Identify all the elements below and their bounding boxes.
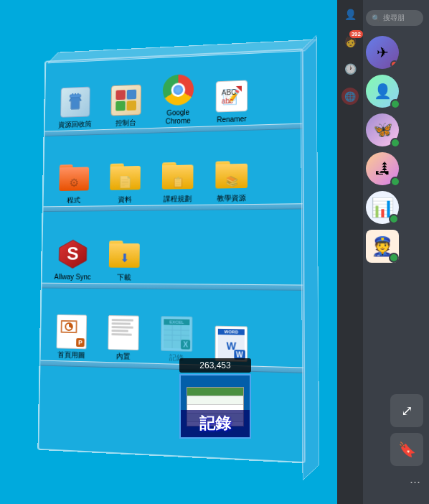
ppt-icon: P [57, 314, 88, 349]
renamer-icon: 📝 ABC abc [216, 80, 248, 112]
control-label: 控制台 [116, 118, 136, 127]
download-label: 下載 [117, 274, 131, 282]
drag-label: 記錄 [181, 410, 250, 437]
svg-line-22 [164, 330, 189, 330]
course-label: 課程規劃 [164, 195, 192, 203]
chat-item-6[interactable]: 👮 [366, 230, 423, 263]
edu-label: 教學資源 [217, 194, 246, 203]
bookmark-button[interactable]: 🔖 [390, 433, 423, 466]
avatar-6: 👮 [366, 230, 399, 263]
icon-renamer[interactable]: 📝 ABC abc Renamer [210, 78, 254, 124]
program-folder-icon: ⚙ [59, 164, 89, 191]
chat-item-2[interactable]: 👤 [366, 75, 423, 108]
svg-rect-0 [70, 95, 81, 98]
control-panel-icon [110, 85, 141, 116]
recycle-label: 資源回收筒 [58, 120, 92, 129]
svg-rect-7 [126, 101, 136, 111]
online-dot-3 [390, 138, 400, 148]
online-dot-5 [389, 214, 399, 224]
chat-item-5[interactable]: 📊 [366, 191, 423, 224]
online-dot-1 [390, 60, 399, 69]
nav-icon-globe[interactable]: 🌐 [341, 88, 359, 105]
sidebar: 👤 🧑 392 🕐 🌐 🔍 搜尋朋 ✈ � [337, 0, 429, 504]
sidebar-nav-column: 👤 🧑 392 🕐 🌐 [337, 0, 363, 504]
word-icon: WORD W W [215, 326, 248, 362]
homepage-label: 首頁用圖 [57, 350, 85, 360]
svg-rect-4 [116, 90, 125, 100]
shelf-container: 資源回收筒 控制台 [36, 51, 301, 453]
edu-folder-icon: 📚 [215, 161, 248, 189]
program-label: 程式 [67, 196, 80, 205]
svg-text:EXCEL: EXCEL [169, 319, 184, 324]
online-dot-2 [390, 99, 400, 109]
icon-course[interactable]: 📋 課程規劃 [156, 158, 199, 203]
chat-item-3[interactable]: 🦋 [366, 113, 423, 146]
bookmark-icon: 🔖 [398, 441, 416, 458]
more-options-button[interactable]: ··· [407, 472, 423, 493]
icon-edu[interactable]: 📚 教學資源 [209, 157, 253, 203]
svg-text:S: S [67, 243, 79, 263]
svg-text:abc: abc [222, 97, 233, 105]
search-placeholder: 搜尋朋 [383, 13, 405, 23]
desktop: 資源回收筒 控制台 [0, 0, 337, 504]
drag-tooltip: 263,453 [179, 358, 251, 373]
drag-icon-preview: 記錄 [179, 374, 251, 439]
drag-preview: 263,453 記錄 [179, 358, 251, 439]
avatar-3: 🦋 [366, 113, 399, 146]
allway-label: Allway Sync [54, 273, 90, 281]
icon-control[interactable]: 控制台 [105, 83, 147, 128]
svg-rect-6 [116, 101, 126, 111]
expand-icon: ⤢ [401, 402, 413, 419]
nav-icon-clock[interactable]: 🕐 [341, 60, 359, 78]
nav-icon-person[interactable]: 👤 [341, 6, 359, 23]
expand-icon-button[interactable]: ⤢ [390, 394, 423, 427]
shelf-row-3: S Allway Sync ⬇ 下載 [42, 209, 303, 290]
chat-item-4[interactable]: 🏞 [366, 152, 423, 185]
icon-chrome[interactable]: GoogleChrome [157, 73, 199, 126]
chrome-label: GoogleChrome [166, 108, 191, 126]
doc-label: 內置 [116, 352, 131, 361]
chat-item-1[interactable]: ✈ [366, 36, 423, 69]
nav-icon-add-person[interactable]: 🧑 392 [341, 33, 359, 50]
notification-badge: 392 [349, 30, 363, 38]
icon-homepage[interactable]: P 首頁用圖 [51, 314, 93, 360]
download-folder-icon: ⬇ [109, 241, 140, 268]
doc-icon [108, 315, 138, 350]
allway-icon: S [57, 238, 88, 269]
search-bar[interactable]: 🔍 搜尋朋 [366, 10, 423, 26]
course-folder-icon: 📋 [162, 162, 194, 189]
svg-text:WORD: WORD [225, 330, 239, 335]
recycle-icon [60, 87, 90, 118]
icon-data[interactable]: 📄 資料 [104, 159, 146, 204]
icon-doc[interactable]: 內置 [102, 315, 144, 361]
icon-download[interactable]: ⬇ 下載 [103, 237, 146, 282]
renamer-label: Renamer [217, 115, 247, 124]
icon-program[interactable]: ⚙ 程式 [54, 161, 95, 205]
avatar-5: 📊 [366, 191, 399, 224]
svg-rect-5 [127, 90, 137, 100]
shelf-row-2: ⚙ 程式 📄 [43, 129, 302, 212]
online-dot-4 [390, 177, 400, 187]
icon-excel-record[interactable]: EXCEL X 記錄 [155, 316, 199, 363]
data-label: 資料 [118, 195, 131, 204]
excel-icon: EXCEL X [161, 316, 192, 352]
avatar-2: 👤 [366, 75, 399, 108]
svg-text:ABC: ABC [222, 88, 237, 97]
avatar-1: ✈ [366, 36, 399, 69]
online-dot-6 [389, 253, 399, 263]
chrome-icon [163, 74, 194, 106]
shelf-box: 資源回收筒 控制台 [37, 48, 305, 463]
data-folder-icon: 📄 [110, 163, 141, 190]
icon-recycle[interactable]: 資源回收筒 [55, 85, 95, 129]
shelf-row-4: P 首頁用圖 [40, 288, 303, 373]
shelf-row-1: 資源回收筒 控制台 [44, 50, 302, 136]
icon-allway[interactable]: S Allway Sync [52, 237, 94, 281]
avatar-4: 🏞 [366, 152, 399, 185]
